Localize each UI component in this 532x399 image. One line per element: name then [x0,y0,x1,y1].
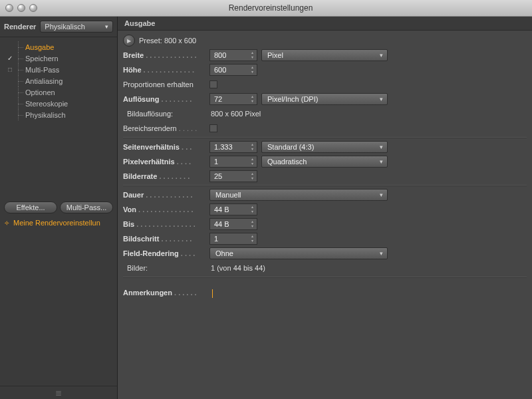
panel-title: Ausgabe [118,17,532,31]
aufloesung-label: Auflösung . . . . . . . . [123,95,209,103]
breite-label: Breite . . . . . . . . . . . . . [123,51,209,59]
von-label: Von . . . . . . . . . . . . . . [123,205,209,213]
settings-tree: Ausgabe ✓ Speichern □ Multi-Pass Antiali… [0,37,117,199]
aufloesung-value: 72 [214,95,222,103]
seitenverhaeltnis-preset-dropdown[interactable]: Standard (4:3) [261,141,388,153]
fieldrendering-value: Ohne [215,249,233,257]
dauer-label: Dauer . . . . . . . . . . . . [123,191,209,199]
window-controls [5,4,37,12]
aufloesung-input[interactable]: 72▴▾ [209,93,257,105]
pixelverhaeltnis-input[interactable]: 1▴▾ [209,156,257,168]
multipass-button-label: Multi-Pass... [66,203,107,211]
pixelverhaeltnis-value: 1 [214,158,218,166]
bildschritt-value: 1 [214,235,218,243]
breite-unit-value: Pixel [267,51,283,59]
seitenverhaeltnis-label: Seitenverhältnis . . . [123,143,209,151]
text-cursor-icon [212,289,213,298]
sidebar-item-multipass[interactable]: □ Multi-Pass [5,64,117,75]
sidebar-item-stereoskopie[interactable]: Stereoskopie [5,98,117,109]
bildaufloesung-value: 532 x 399 Pixel [209,110,261,118]
bis-input[interactable]: 44 B▴▾ [209,218,257,230]
von-input[interactable]: 44 B▴▾ [209,203,257,215]
grip-icon: ≣ [55,388,63,398]
renderer-dropdown-value: Physikalisch [45,23,85,31]
breite-unit-dropdown[interactable]: Pixel [261,49,388,61]
von-value: 44 B [214,205,229,213]
sidebar-item-label: Antialiasing [25,77,63,85]
dauer-dropdown[interactable]: Manuell [209,189,388,201]
effects-button[interactable]: Effekte... [4,201,57,213]
pixelverhaeltnis-label: Pixelverhältnis . . . . [123,158,209,166]
sidebar-item-ausgabe[interactable]: Ausgabe [5,41,117,53]
seitenverhaeltnis-value: 1.333 [214,143,233,151]
bis-value: 44 B [214,220,229,228]
sidebar-item-antialiasing[interactable]: Antialiasing [5,75,117,86]
sidebar-item-label: Speichern [25,55,59,63]
zoom-icon[interactable] [29,4,37,12]
renderer-label: Renderer [4,23,36,31]
sidebar-item-check: ✓ [5,55,15,62]
bis-label: Bis . . . . . . . . . . . . . . . [123,220,209,228]
preset-play-button[interactable]: ▶ [123,35,135,47]
bilderrate-input[interactable]: 25▴▾ [209,170,257,182]
sidebar-item-check: □ [5,66,15,73]
sidebar-item-physikalisch[interactable]: Physikalisch [5,109,117,120]
bereichsrendern-label: ▸Bereichsrendern . . . . . [123,124,209,132]
pixelverhaeltnis-preset-value: Quadratisch [267,158,307,166]
multipass-button[interactable]: Multi-Pass... [60,201,113,213]
breite-value: 800 [214,51,226,59]
breite-input[interactable]: 800▴▾ [209,49,257,61]
render-setting-row[interactable]: ✧ Meine Rendervoreinstellun [0,216,117,232]
titlebar: Rendervoreinstellungen [0,0,532,17]
preset-label: Preset: 532 x 399 [139,37,196,45]
hoehe-label: Höhe . . . . . . . . . . . . . [123,66,209,74]
sidebar: Renderer Physikalisch Ausgabe ✓ Speicher… [0,17,118,399]
bilder-label: Bilder: [123,264,209,272]
proportionen-label: Proportionen erhalten [123,80,209,88]
sidebar-item-label: Ausgabe [25,43,54,51]
fieldrendering-dropdown[interactable]: Ohne [209,247,388,259]
content-panel: Ausgabe ▶ Preset: 532 x 399 Breite . . .… [118,17,532,399]
sidebar-item-label: Optionen [25,88,55,96]
window-title: Rendervoreinstellungen [45,3,496,13]
sidebar-item-optionen[interactable]: Optionen [5,86,117,98]
anmerkungen-textarea[interactable] [209,287,527,399]
bilderrate-label: Bilderrate . . . . . . . . [123,172,209,180]
bildschritt-label: Bildschritt . . . . . . . . [123,235,209,243]
sidebar-item-label: Stereoskopie [25,100,68,108]
render-setting-name: Meine Rendervoreinstellun [13,219,100,227]
bilderrate-value: 25 [214,172,222,180]
bilder-value: 1 (von 44 bis 44) [209,264,265,272]
sidebar-resize-handle[interactable]: ≣ [0,386,117,399]
effects-button-label: Effekte... [16,203,45,211]
seitenverhaeltnis-preset-value: Standard (4:3) [267,143,314,151]
aufloesung-unit-dropdown[interactable]: Pixel/Inch (DPI) [261,93,388,105]
seitenverhaeltnis-input[interactable]: 1.333▴▾ [209,141,257,153]
hoehe-input[interactable]: 600▴▾ [209,64,257,76]
close-icon[interactable] [5,4,13,12]
sidebar-item-label: Physikalisch [25,111,66,119]
aufloesung-unit-value: Pixel/Inch (DPI) [267,95,318,103]
fieldrendering-label: Field-Rendering . . . . [123,249,209,257]
renderer-dropdown[interactable]: Physikalisch [40,21,113,33]
render-setting-icon: ✧ [4,219,9,227]
bereichsrendern-checkbox[interactable] [209,124,217,132]
minimize-icon[interactable] [17,4,25,12]
anmerkungen-label: Anmerkungen . . . . . . [123,287,209,297]
bildaufloesung-label: Bildauflösung: [123,110,209,118]
hoehe-value: 600 [214,66,226,74]
pixelverhaeltnis-preset-dropdown[interactable]: Quadratisch [261,156,388,168]
bildschritt-input[interactable]: 1▴▾ [209,233,257,245]
proportionen-checkbox[interactable] [209,80,217,88]
dauer-value: Manuell [215,191,241,199]
sidebar-item-speichern[interactable]: ✓ Speichern [5,53,117,64]
sidebar-item-label: Multi-Pass [25,66,59,74]
